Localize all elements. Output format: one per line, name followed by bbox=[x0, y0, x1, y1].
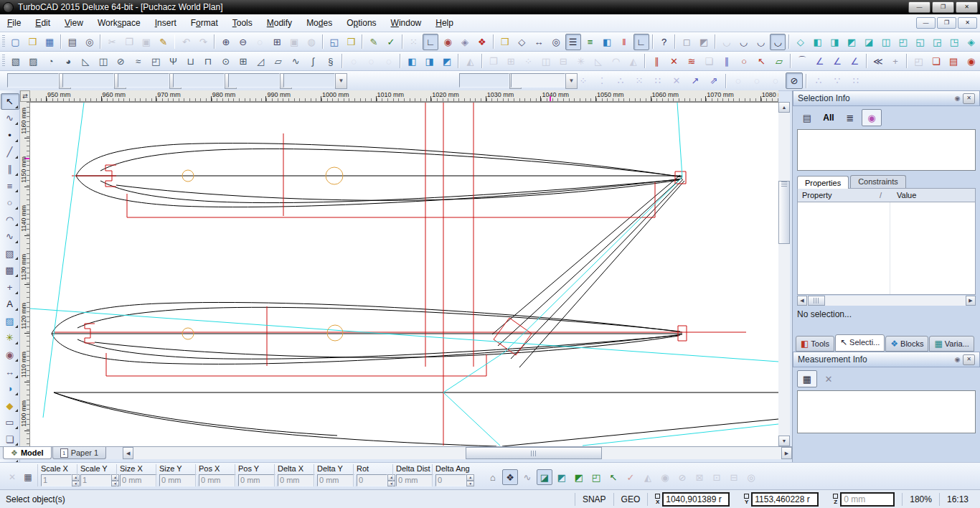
sort-indicator[interactable]: / bbox=[880, 191, 892, 199]
menu-tools[interactable]: Tools bbox=[225, 16, 260, 30]
mdi-restore-button[interactable]: ❐ bbox=[937, 17, 956, 29]
calc-grid-icon[interactable]: ▦ bbox=[20, 469, 36, 485]
chevron-down-icon[interactable]: ▼ bbox=[335, 73, 347, 89]
view-sw-icon[interactable]: ◈ bbox=[963, 34, 979, 50]
restore-button[interactable]: ❐ bbox=[932, 1, 954, 13]
move-tool-icon[interactable]: + bbox=[1, 279, 19, 296]
dimension-tool-icon[interactable]: ↔ bbox=[1, 364, 19, 380]
scroll-down-arrow[interactable]: ▼ bbox=[778, 436, 790, 446]
hatch-parallel-icon[interactable]: ∥ bbox=[649, 53, 664, 70]
lights-bars-icon[interactable]: ‖ bbox=[616, 34, 632, 50]
sheets-manager-icon[interactable]: ≡ bbox=[583, 34, 598, 50]
tank-tool-icon[interactable]: ⊔ bbox=[183, 53, 199, 70]
zoom-in-icon[interactable]: ⊕ bbox=[218, 34, 234, 50]
close-panel-icon-2[interactable]: ✕ bbox=[963, 354, 975, 365]
line-tool-icon[interactable]: ╱ bbox=[1, 144, 19, 161]
combo-field[interactable] bbox=[459, 73, 509, 88]
field-value[interactable]: 0 mm bbox=[317, 474, 354, 486]
menu-window[interactable]: Window bbox=[384, 16, 429, 30]
style-combo-6[interactable]: ▼ bbox=[283, 73, 347, 88]
close-button[interactable]: ✕ bbox=[956, 1, 978, 13]
sel-cp-icon[interactable]: ◩ bbox=[571, 469, 587, 485]
canvas-vertical-scrollbar[interactable]: ▲ ▼ bbox=[778, 102, 790, 446]
view-iso-icon[interactable]: ◇ bbox=[793, 34, 809, 50]
minimize-button[interactable]: — bbox=[908, 1, 930, 13]
bool-subtract-icon[interactable]: ◨ bbox=[422, 53, 438, 70]
selection-list-box[interactable] bbox=[797, 129, 976, 171]
mouse-entry-icon[interactable]: ◉ bbox=[440, 34, 456, 50]
open-file-icon[interactable]: ❒ bbox=[24, 34, 40, 50]
slab-tool-icon[interactable]: ▱ bbox=[270, 53, 286, 70]
field-value[interactable]: 0 mm bbox=[396, 474, 433, 486]
style-combo-8[interactable]: ▼ bbox=[511, 73, 578, 88]
spline-tool-icon[interactable]: ∿ bbox=[1, 228, 19, 245]
menu-insert[interactable]: Insert bbox=[148, 16, 184, 30]
multiline-tool-icon[interactable]: ≡ bbox=[1, 178, 19, 194]
new-file-icon[interactable]: ▢ bbox=[8, 34, 24, 50]
render-hidden-line-icon[interactable]: ◡ bbox=[736, 34, 752, 50]
zoom-level[interactable]: 180% bbox=[902, 493, 939, 506]
toolbar-drag-handle[interactable] bbox=[2, 55, 5, 67]
geo-toggle[interactable]: GEO bbox=[613, 493, 648, 506]
tab-model[interactable]: ❖ Model bbox=[3, 447, 52, 459]
ruler-origin-icon[interactable]: ⇄ bbox=[20, 90, 30, 102]
camera-walk-icon[interactable]: ◎ bbox=[548, 34, 564, 50]
combo-field[interactable] bbox=[62, 73, 114, 88]
cross-lines-icon[interactable]: ✕ bbox=[666, 53, 682, 70]
field-value[interactable]: 0 mm bbox=[120, 474, 157, 486]
brush-style-icon[interactable]: ✎ bbox=[366, 34, 382, 50]
import-file-icon[interactable]: ❒ bbox=[343, 34, 359, 50]
measure-table-icon[interactable]: ▦ bbox=[797, 370, 817, 387]
scroll-up-arrow[interactable]: ▲ bbox=[778, 102, 790, 113]
property-grid-body[interactable] bbox=[797, 202, 976, 295]
combo-field[interactable] bbox=[7, 73, 59, 88]
material-editor-icon[interactable]: ◧ bbox=[599, 34, 615, 50]
spline-3d-icon[interactable]: ∫ bbox=[305, 53, 321, 70]
field-value[interactable]: 0 mm bbox=[199, 474, 236, 486]
field-value[interactable]: 0 bbox=[357, 474, 387, 486]
menu-view[interactable]: View bbox=[57, 16, 90, 30]
drawing-canvas[interactable] bbox=[30, 102, 778, 446]
menu-edit[interactable]: Edit bbox=[28, 16, 57, 30]
scroll-left-arrow[interactable]: ◀ bbox=[123, 447, 133, 459]
select-area-icon[interactable]: ◩ bbox=[696, 34, 712, 50]
point-tool-icon[interactable]: • bbox=[1, 127, 19, 144]
column-value[interactable]: Value bbox=[892, 191, 916, 199]
fence-select-icon[interactable]: ⌂ bbox=[485, 469, 501, 485]
box-3d-tool-icon[interactable]: ▧ bbox=[1, 245, 19, 262]
view-left-icon[interactable]: ◩ bbox=[844, 34, 859, 50]
circle-tool-icon[interactable]: ○ bbox=[1, 194, 19, 211]
snap-arrow-2-icon[interactable]: ⇗ bbox=[705, 72, 722, 89]
menu-modify[interactable]: Modify bbox=[260, 16, 299, 30]
select-node-icon[interactable]: ◻ bbox=[679, 34, 694, 50]
view-front-icon[interactable]: ◧ bbox=[810, 34, 826, 50]
wave-surface-icon[interactable]: ≈ bbox=[130, 53, 146, 70]
tab-paper-1[interactable]: 1 Paper 1 bbox=[52, 447, 107, 459]
part-materials-icon[interactable]: ❖ bbox=[474, 34, 490, 50]
sel-open-icon[interactable]: ◪ bbox=[537, 469, 552, 485]
rotated-box-icon[interactable]: ▨ bbox=[25, 53, 41, 70]
spline-handle-icon[interactable]: ∿ bbox=[519, 469, 535, 485]
render-stack-icon[interactable]: ☰ bbox=[565, 34, 581, 50]
offset-multi-icon[interactable]: ≪ bbox=[870, 53, 886, 70]
canvas-horizontal-scrollbar[interactable]: ◀ ▶ bbox=[123, 447, 792, 459]
menu-format[interactable]: Format bbox=[184, 16, 225, 30]
view-ne-icon[interactable]: ◱ bbox=[913, 34, 928, 50]
layers-red-icon[interactable]: ❏ bbox=[928, 53, 944, 70]
view-se-icon[interactable]: ◳ bbox=[946, 34, 962, 50]
select-tool-icon[interactable]: ↖ bbox=[1, 93, 19, 110]
all-button-icon[interactable]: All bbox=[819, 109, 839, 126]
print-icon[interactable]: ▤ bbox=[65, 34, 80, 50]
erase-tool-icon[interactable]: ◆ bbox=[1, 398, 19, 414]
cone-tool-icon[interactable]: ◺ bbox=[77, 53, 93, 70]
y-coordinate-input[interactable]: 1153,460228 r bbox=[751, 492, 819, 507]
helix-tool-icon[interactable]: § bbox=[323, 53, 339, 70]
palette-tab-tools[interactable]: ◧Tools bbox=[796, 336, 834, 352]
sel-wp-icon[interactable]: ◩ bbox=[554, 469, 570, 485]
fillet-tool-icon[interactable]: ⌒ bbox=[794, 53, 810, 70]
format-painter-icon[interactable]: ✎ bbox=[156, 34, 171, 50]
select-rect-tool-icon[interactable]: ▭ bbox=[1, 414, 19, 431]
chamfer-1-icon[interactable]: ∠ bbox=[811, 53, 827, 70]
snap-ortho-icon[interactable]: ⊘ bbox=[786, 72, 803, 89]
camera-tool-icon[interactable]: ◉ bbox=[1, 347, 19, 363]
